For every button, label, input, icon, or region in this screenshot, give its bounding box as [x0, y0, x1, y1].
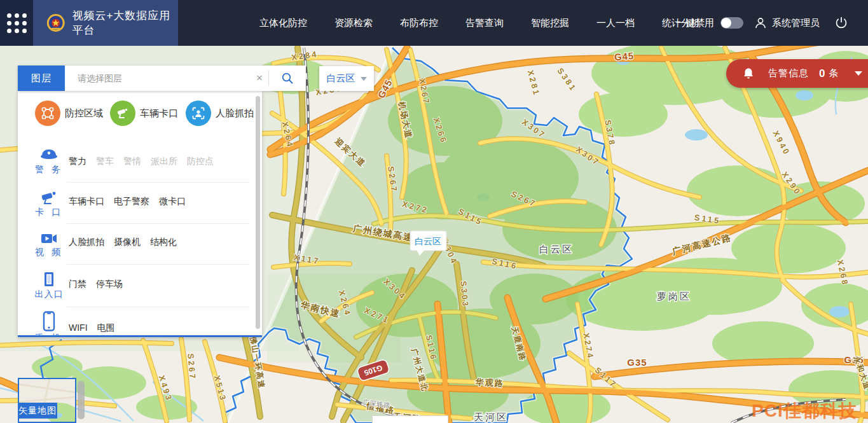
phone-icon: [42, 311, 56, 331]
menu-item-person-archive[interactable]: 一人一档: [596, 17, 635, 29]
category-phone[interactable]: 手 机: [29, 311, 69, 337]
menu-item-stereo-defense[interactable]: 立体化防控: [259, 17, 307, 29]
main-menu: 立体化防控 资源检索 布防布控 告警查询 智能挖掘 一人一档 统计分析: [259, 0, 700, 46]
category-entrance[interactable]: 出入口: [29, 271, 69, 300]
district-label-baiyun: 白云区: [539, 244, 574, 254]
layer-item-police-car[interactable]: 警车: [96, 156, 114, 167]
category-row-police: 警 务 警力 警车 警情 派出所 防控点: [18, 145, 262, 183]
layer-panel-header: 图层 ×: [18, 66, 306, 91]
app-title: 视频云+大数据应用平台: [72, 8, 178, 38]
door-icon: [41, 271, 57, 288]
police-cap-icon: [39, 148, 59, 163]
video-camera-icon: [39, 232, 59, 246]
category-label: 警 务: [35, 164, 63, 176]
search-icon: [281, 72, 294, 85]
layer-item-micro-checkpoint[interactable]: 微卡口: [159, 196, 186, 207]
brand-header: 视频云+大数据应用平台: [33, 0, 178, 46]
quick-layer-region[interactable]: 防控区域: [35, 99, 103, 127]
quick-layer-label: 防控区域: [65, 107, 103, 120]
layer-item-electric-fence[interactable]: 电围: [97, 322, 115, 334]
layer-search-input[interactable]: [65, 73, 251, 83]
user-name: 系统管理员: [772, 17, 820, 29]
vendor-watermark: PCI佳都科技: [752, 399, 857, 423]
layer-item-control-point[interactable]: 防控点: [187, 156, 214, 167]
map-popup-stub: [372, 415, 448, 423]
layer-item-access-control[interactable]: 门禁: [69, 279, 86, 290]
category-label: 手 机: [35, 333, 63, 337]
layer-item-wifi[interactable]: WIFI: [69, 322, 88, 334]
layer-item-parking-lot[interactable]: 停车场: [96, 279, 123, 290]
category-row-phone: 手 机 WIFI 电围: [18, 307, 262, 337]
power-icon: [834, 16, 848, 30]
cctv-icon: [39, 190, 59, 205]
quick-disable-toggle[interactable]: [720, 17, 743, 29]
district-selector[interactable]: 白云区: [319, 66, 374, 91]
app-grid-menu-button[interactable]: [0, 0, 33, 46]
logout-button[interactable]: [834, 0, 848, 46]
layer-item-camera[interactable]: 摄像机: [114, 237, 141, 248]
menu-item-alarm-query[interactable]: 告警查询: [465, 17, 504, 29]
menu-item-smart-mining[interactable]: 智能挖掘: [531, 17, 569, 29]
layer-search-bar: ×: [65, 66, 306, 91]
user-icon: [754, 17, 767, 29]
road-label: 华观路: [474, 377, 504, 388]
minimap-scrollbar[interactable]: [78, 381, 85, 419]
quick-layer-label: 车辆卡口: [140, 107, 178, 120]
category-checkpoint[interactable]: 卡 口: [29, 190, 69, 218]
alarm-count: 0: [819, 67, 825, 80]
alarm-unit: 条: [829, 67, 838, 80]
toggle-knob: [721, 18, 731, 28]
face-capture-icon: [186, 101, 211, 126]
quick-layer-label: 人脸抓拍: [216, 107, 254, 120]
layer-item-vehicle-checkpoint[interactable]: 车辆卡口: [69, 196, 104, 207]
vehicle-checkpoint-icon: [110, 101, 135, 126]
minimap-vector-label[interactable]: 矢量地图: [18, 403, 57, 419]
menu-item-resource-search[interactable]: 资源检索: [334, 17, 373, 29]
quick-disable-control: 一键禁用: [676, 0, 743, 46]
police-badge-logo: [46, 11, 65, 34]
category-row-checkpoint: 卡 口 车辆卡口 电子警察 微卡口: [18, 183, 262, 224]
app-window: X284 X283 G45 G45 X281 S381 S378 X267 X2…: [0, 0, 868, 423]
alarm-label: 告警信息: [768, 67, 809, 80]
search-button[interactable]: [269, 72, 306, 85]
layer-item-police-force[interactable]: 警力: [69, 156, 86, 167]
chevron-down-icon: [361, 77, 367, 81]
quick-layer-vehicle-checkpoint[interactable]: 车辆卡口: [110, 99, 178, 127]
category-row-entrance: 出入口 门禁 停车场: [18, 265, 262, 307]
bell-icon: [743, 67, 754, 80]
grid-menu-icon: [7, 13, 27, 33]
layer-item-electronic-police[interactable]: 电子警察: [114, 196, 149, 207]
district-selected-value: 白云区: [327, 73, 355, 85]
category-label: 卡 口: [35, 207, 63, 218]
user-account[interactable]: 系统管理员: [754, 0, 820, 46]
district-popup-label: 白云区: [415, 236, 441, 246]
layer-panel-body: 防控区域 车辆卡口: [18, 91, 262, 337]
highway-label: G35: [627, 357, 647, 368]
category-label: 视 频: [35, 247, 63, 258]
district-label-luogang: 萝岗区: [657, 291, 691, 302]
clear-search-icon[interactable]: ×: [251, 72, 268, 85]
layer-item-face-capture[interactable]: 人脸抓拍: [69, 237, 104, 248]
layer-item-structured[interactable]: 结构化: [150, 237, 177, 248]
layer-item-police-incident[interactable]: 警情: [123, 156, 141, 167]
category-label: 出入口: [35, 289, 64, 300]
quick-disable-label: 一键禁用: [676, 17, 714, 29]
chevron-down-icon[interactable]: [855, 71, 862, 76]
category-police[interactable]: 警 务: [29, 148, 69, 176]
layer-item-police-station[interactable]: 派出所: [151, 156, 177, 167]
district-label-tianhe: 天河区: [474, 412, 508, 422]
category-video[interactable]: 视 频: [29, 232, 69, 258]
category-row-video: 视 频 人脸抓拍 摄像机 结构化: [18, 224, 262, 265]
region-icon: [35, 101, 60, 126]
panel-scrollbar[interactable]: [256, 96, 260, 329]
top-navigation-bar: 视频云+大数据应用平台 立体化防控 资源检索 布防布控 告警查询 智能挖掘 一人…: [0, 0, 868, 46]
alarm-info-banner[interactable]: 告警信息 0 条: [726, 59, 868, 88]
quick-layer-face-capture[interactable]: 人脸抓拍: [186, 99, 254, 127]
menu-item-deployment-control[interactable]: 布防布控: [400, 17, 438, 29]
highway-label: G45: [614, 50, 635, 63]
layer-tab[interactable]: 图层: [18, 66, 65, 91]
